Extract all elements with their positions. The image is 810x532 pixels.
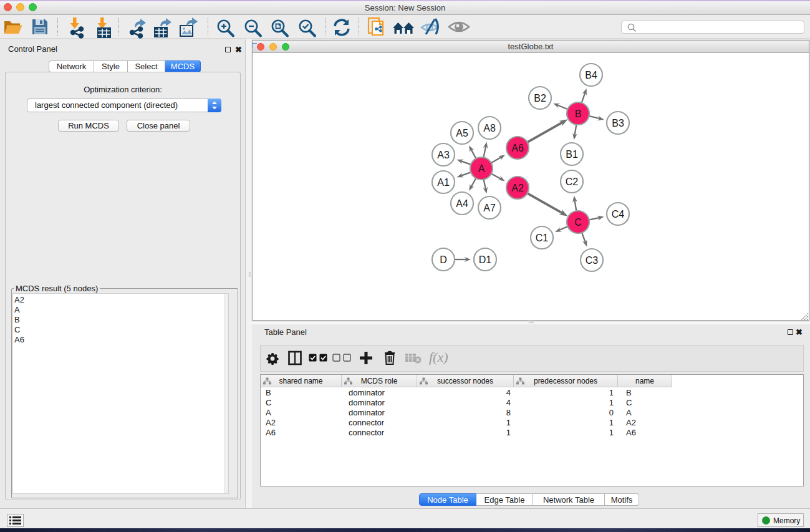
svg-text:B1: B1 xyxy=(566,149,578,160)
svg-text:A2: A2 xyxy=(511,183,524,193)
svg-text:A4: A4 xyxy=(456,198,468,209)
svg-text:C2: C2 xyxy=(566,177,579,187)
svg-text:C4: C4 xyxy=(612,209,625,220)
svg-text:A: A xyxy=(478,163,485,174)
svg-text:C3: C3 xyxy=(586,255,599,266)
svg-text:A3: A3 xyxy=(437,150,450,160)
svg-text:B3: B3 xyxy=(612,118,624,128)
svg-text:A5: A5 xyxy=(456,128,468,138)
svg-text:A6: A6 xyxy=(511,143,524,153)
svg-text:A7: A7 xyxy=(483,203,496,213)
svg-text:D: D xyxy=(440,254,447,265)
svg-text:C: C xyxy=(574,217,582,228)
svg-text:B: B xyxy=(575,109,582,119)
svg-text:A1: A1 xyxy=(437,177,450,188)
svg-text:C1: C1 xyxy=(536,233,549,243)
svg-text:D1: D1 xyxy=(479,254,492,265)
svg-text:A8: A8 xyxy=(483,123,496,133)
svg-text:B2: B2 xyxy=(534,93,546,104)
svg-text:B4: B4 xyxy=(585,70,597,80)
